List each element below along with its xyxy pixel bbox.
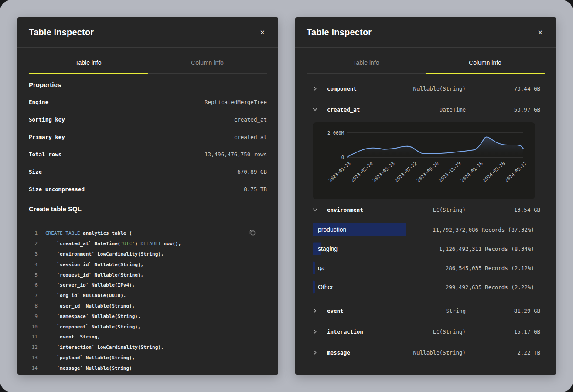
code-text: `payload` Nullable(String), [45, 355, 135, 361]
tab-table-info[interactable]: Table info [29, 59, 148, 73]
environment-value-row: Other299,492,635 Records (2.22%) [295, 277, 556, 297]
code-text: `environment` LowCardinality(String), [45, 251, 164, 257]
value-distribution-bar [313, 281, 315, 294]
column-name: message [327, 349, 350, 356]
line-number: 4 [29, 262, 45, 267]
table-inspector-modal-right: Table inspector ✕ Table info Column info… [295, 17, 556, 375]
sql-code-block: 1CREATE TABLE analytics_table (2 `create… [29, 228, 267, 375]
column-type: Nullable(String) [413, 85, 466, 92]
sql-code-line: 14 `message` Nullable(String) [29, 363, 267, 373]
line-number: 2 [29, 241, 45, 247]
code-text: `created_at` DateTime('UTC') DEFAULT now… [45, 241, 181, 247]
sql-code-line: 15) ENGINE = ReplicatedMergeTree('/click… [29, 373, 267, 375]
property-row: Size uncompressed8.75 TB [29, 180, 267, 198]
property-value: 670.89 GB [237, 169, 267, 175]
sql-code-line: 10 `component` Nullable(String), [29, 321, 267, 332]
column-row-event[interactable]: eventString81.29 GB [295, 300, 556, 321]
tab-table-info[interactable]: Table info [307, 59, 426, 73]
property-label: Size uncompressed [29, 186, 85, 193]
property-value: 13,496,476,750 rows [205, 151, 267, 158]
property-value: created_at [234, 116, 267, 123]
code-text: `event` String, [45, 334, 100, 340]
property-value: 8.75 TB [244, 186, 267, 193]
column-row-created_at[interactable]: created_atDateTime53.97 GB [295, 99, 556, 120]
tab-bar: Table info Column info [29, 48, 267, 74]
code-text: CREATE TABLE analytics_table ( [45, 230, 132, 236]
sql-code-line: 12 `interaction` LowCardinality(String), [29, 342, 267, 353]
tab-column-info[interactable]: Column info [426, 59, 545, 73]
page-background: Table inspector ✕ Table info Column info… [0, 0, 573, 392]
code-text: `message` Nullable(String) [45, 365, 132, 371]
properties-heading: Properties [29, 81, 267, 89]
create-table-sql-heading: Create table SQL [29, 205, 267, 213]
property-label: Total rows [29, 151, 61, 158]
column-size: 2.22 TB [517, 349, 540, 356]
code-text: `session_id` Nullable(String), [45, 262, 143, 267]
chevron-down-icon [313, 207, 319, 212]
line-number: 6 [29, 282, 45, 288]
close-icon[interactable]: ✕ [258, 27, 267, 37]
line-number: 13 [29, 355, 45, 361]
environment-value-row: production11,792,372,086 Records (87.32%… [295, 220, 556, 239]
chevron-right-icon [313, 329, 319, 334]
column-row-interaction[interactable]: interactionLC(String)15.17 GB [295, 321, 556, 342]
property-label: Sorting key [29, 116, 65, 123]
sql-code-line: 6 `server_ip` Nullable(IPv4), [29, 280, 267, 291]
column-row-environment[interactable]: environmentLC(String)13.54 GB [295, 199, 556, 220]
property-row: Total rows13,496,476,750 rows [29, 145, 267, 163]
column-name: event [327, 308, 344, 314]
modal-title: Table inspector [29, 27, 94, 37]
sql-code-line: 9 `namespace` Nullable(String), [29, 311, 267, 321]
line-number: 3 [29, 251, 45, 257]
column-type: LC(String) [433, 206, 466, 213]
column-row-message[interactable]: messageNullable(String)2.22 TB [295, 342, 556, 363]
code-text: `user_id` Nullable(String), [45, 303, 135, 309]
value-record-count: 11,792,372,086 Records (87.32%) [433, 226, 534, 233]
value-record-count: 1,126,492,311 Records (8.34%) [439, 246, 534, 252]
line-number: 9 [29, 314, 45, 319]
property-value: ReplicatedMergeTree [205, 99, 267, 105]
sql-code-line: 1CREATE TABLE analytics_table ( [29, 228, 267, 239]
environment-value-row: staging1,126,492,311 Records (8.34%) [295, 239, 556, 258]
value-label: qa [318, 264, 325, 271]
column-size: 13.54 GB [514, 206, 540, 213]
line-number: 5 [29, 272, 45, 278]
sql-code-line: 8 `user_id` Nullable(String), [29, 301, 267, 311]
chevron-down-icon [313, 107, 319, 112]
modal-header: Table inspector ✕ [17, 17, 278, 48]
close-icon[interactable]: ✕ [535, 27, 545, 37]
column-name: environment [327, 206, 363, 213]
value-label: production [318, 226, 346, 233]
y-axis-max-label: 2 000M [327, 130, 344, 135]
value-label: staging [318, 245, 338, 252]
copy-icon[interactable] [249, 229, 256, 238]
modal-title: Table inspector [307, 27, 372, 37]
value-record-count: 299,492,635 Records (2.22%) [446, 284, 534, 291]
line-number: 7 [29, 293, 45, 298]
tab-column-info[interactable]: Column info [148, 59, 267, 73]
column-size: 15.17 GB [514, 328, 540, 335]
property-label: Engine [29, 99, 48, 105]
column-name: interaction [327, 328, 363, 335]
property-label: Primary key [29, 134, 65, 140]
code-text: `component` Nullable(String), [45, 324, 141, 330]
code-text: `server_ip` Nullable(IPv4), [45, 282, 135, 288]
column-row-component[interactable]: componentNullable(String)73.44 GB [295, 78, 556, 99]
column-type: Nullable(String) [413, 349, 466, 356]
property-row: Sorting keycreated_at [29, 111, 267, 128]
line-number: 12 [29, 345, 45, 350]
environment-value-row: qa286,545,035 Records (2.12%) [295, 258, 556, 277]
property-row: Size670.89 GB [29, 163, 267, 180]
code-text: `request_id` Nullable(String), [45, 272, 143, 278]
chevron-right-icon [313, 350, 319, 355]
sql-code-lines: 1CREATE TABLE analytics_table (2 `create… [29, 228, 267, 375]
sql-code-line: 2 `created_at` DateTime('UTC') DEFAULT n… [29, 239, 267, 249]
sql-code-line: 4 `session_id` Nullable(String), [29, 259, 267, 270]
property-value: created_at [234, 134, 267, 140]
column-type: LC(String) [433, 328, 466, 335]
property-row: Primary keycreated_at [29, 128, 267, 145]
column-list: componentNullable(String)73.44 GBcreated… [295, 78, 556, 363]
line-number: 1 [29, 230, 45, 236]
code-text: `namespace` Nullable(String), [45, 314, 141, 319]
column-type: String [446, 308, 466, 314]
